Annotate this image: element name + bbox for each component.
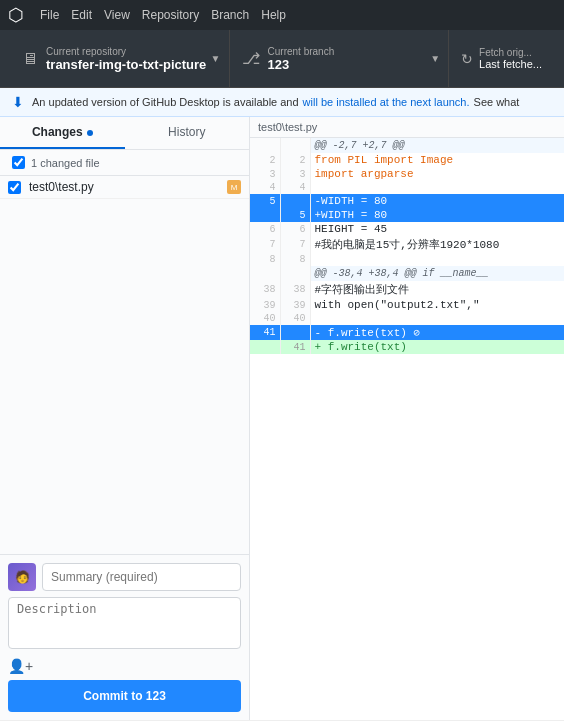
menu-edit[interactable]: Edit (71, 8, 92, 22)
diff-row: 7 7 #我的电脑是15寸,分辨率1920*1080 (250, 236, 564, 253)
diff-row: 40 40 (250, 312, 564, 325)
diff-linenum-new: 5 (280, 208, 310, 222)
changed-count-row: 1 changed file (0, 150, 249, 176)
diff-linenum-new: 40 (280, 312, 310, 325)
diff-linenum-new: 41 (280, 340, 310, 354)
diff-code (310, 312, 564, 325)
diff-code: + f.write(txt) (310, 340, 564, 354)
diff-row: 8 8 (250, 253, 564, 266)
diff-linenum-old: 5 (250, 194, 280, 208)
diff-linenum-new: 8 (280, 253, 310, 266)
diff-linenum-old: 41 (250, 325, 280, 340)
diff-linenum-new: 6 (280, 222, 310, 236)
diff-linenum-new: 2 (280, 153, 310, 167)
fetch-origin-button[interactable]: ↻ Fetch orig... Last fetche... (449, 30, 554, 87)
diff-code: #字符图输出到文件 (310, 281, 564, 298)
banner-link[interactable]: will be installed at the next launch. (303, 96, 470, 108)
commit-description-input[interactable] (8, 597, 241, 649)
diff-row: 38 38 #字符图输出到文件 (250, 281, 564, 298)
tab-changes[interactable]: Changes (0, 117, 125, 149)
diff-code: - f.write(txt) ⊘ (310, 325, 564, 340)
branch-chevron-icon: ▼ (430, 53, 440, 64)
diff-filepath: test0\test.py (250, 117, 564, 138)
diff-header-text: @@ -2,7 +2,7 @@ (310, 138, 564, 153)
sidebar: Changes History 1 changed file test0\tes… (0, 117, 250, 720)
diff-linenum-old: 4 (250, 181, 280, 194)
diff-code: from PIL import Image (310, 153, 564, 167)
menu-file[interactable]: File (40, 8, 59, 22)
diff-row: 39 39 with open("output2.txt"," (250, 298, 564, 312)
diff-linenum-new (280, 194, 310, 208)
diff-panel: test0\test.py @@ -2,7 +2,7 @@ 2 2 from P… (250, 117, 564, 720)
repo-label: Current repository (46, 46, 206, 57)
repo-name: transfer-img-to-txt-picture (46, 57, 206, 72)
diff-linenum-old: 39 (250, 298, 280, 312)
branch-label: Current branch (268, 46, 335, 57)
file-checkbox[interactable] (8, 181, 21, 194)
file-status-badge: M (227, 180, 241, 194)
diff-code: +WIDTH = 80 (310, 208, 564, 222)
diff-header-row: @@ -38,4 +38,4 @@ if __name__ (250, 266, 564, 281)
current-repo-button[interactable]: 🖥 Current repository transfer-img-to-txt… (10, 30, 230, 87)
fetch-icon: ↻ (461, 51, 473, 67)
menu-help[interactable]: Help (261, 8, 286, 22)
diff-row: 2 2 from PIL import Image (250, 153, 564, 167)
menu-bar: File Edit View Repository Branch Help (40, 8, 286, 22)
diff-linenum-old: 3 (250, 167, 280, 181)
github-logo-icon: ⬡ (8, 4, 24, 26)
list-item[interactable]: test0\test.py M (0, 176, 249, 199)
diff-deleted-row: 41 - f.write(txt) ⊘ (250, 325, 564, 340)
tab-history[interactable]: History (125, 117, 250, 149)
diff-code: with open("output2.txt"," (310, 298, 564, 312)
diff-linenum-new: 39 (280, 298, 310, 312)
update-banner: ⬇ An updated version of GitHub Desktop i… (0, 88, 564, 117)
commit-summary-input[interactable] (42, 563, 241, 591)
menu-repository[interactable]: Repository (142, 8, 199, 22)
diff-linenum-old (250, 266, 280, 281)
diff-row: 4 4 (250, 181, 564, 194)
diff-code: #我的电脑是15寸,分辨率1920*1080 (310, 236, 564, 253)
user-icon: 👤+ (8, 658, 33, 674)
repobar: 🖥 Current repository transfer-img-to-txt… (0, 30, 564, 88)
branch-name: 123 (268, 57, 335, 72)
current-branch-button[interactable]: ⎇ Current branch 123 ▼ (230, 30, 450, 87)
diff-content: @@ -2,7 +2,7 @@ 2 2 from PIL import Imag… (250, 138, 564, 720)
diff-linenum-old: 38 (250, 281, 280, 298)
changes-dot (87, 130, 93, 136)
diff-row: 6 6 HEIGHT = 45 (250, 222, 564, 236)
select-all-checkbox[interactable] (12, 156, 25, 169)
diff-linenum-new (280, 266, 310, 281)
file-list: test0\test.py M (0, 176, 249, 554)
commit-summary-row: 🧑 (8, 563, 241, 591)
titlebar: ⬡ File Edit View Repository Branch Help (0, 0, 564, 30)
file-name: test0\test.py (29, 180, 227, 194)
commit-button[interactable]: Commit to 123 (8, 680, 241, 712)
diff-row: 3 3 import argparse (250, 167, 564, 181)
diff-code: -WIDTH = 80 (310, 194, 564, 208)
diff-header-row: @@ -2,7 +2,7 @@ (250, 138, 564, 153)
diff-added-row: 41 + f.write(txt) (250, 340, 564, 354)
diff-linenum-old: 7 (250, 236, 280, 253)
banner-suffix: See what (474, 96, 520, 108)
diff-linenum-old (250, 138, 280, 153)
commit-footer: 👤+ (8, 658, 241, 674)
diff-linenum-old: 6 (250, 222, 280, 236)
repo-chevron-icon: ▼ (211, 53, 221, 64)
changed-count-label: 1 changed file (31, 157, 100, 169)
main-area: Changes History 1 changed file test0\tes… (0, 117, 564, 720)
diff-linenum-new: 7 (280, 236, 310, 253)
menu-branch[interactable]: Branch (211, 8, 249, 22)
diff-header-text: @@ -38,4 +38,4 @@ if __name__ (310, 266, 564, 281)
diff-linenum-old (250, 340, 280, 354)
diff-deleted-row: 5 -WIDTH = 80 (250, 194, 564, 208)
sidebar-tabs: Changes History (0, 117, 249, 150)
diff-added-row: 5 +WIDTH = 80 (250, 208, 564, 222)
diff-table: @@ -2,7 +2,7 @@ 2 2 from PIL import Imag… (250, 138, 564, 354)
diff-code: HEIGHT = 45 (310, 222, 564, 236)
avatar: 🧑 (8, 563, 36, 591)
info-icon: ⬇ (12, 94, 24, 110)
diff-linenum-new: 3 (280, 167, 310, 181)
commit-section: 🧑 👤+ Commit to 123 (0, 554, 249, 720)
menu-view[interactable]: View (104, 8, 130, 22)
fetch-label: Fetch orig... (479, 47, 542, 58)
